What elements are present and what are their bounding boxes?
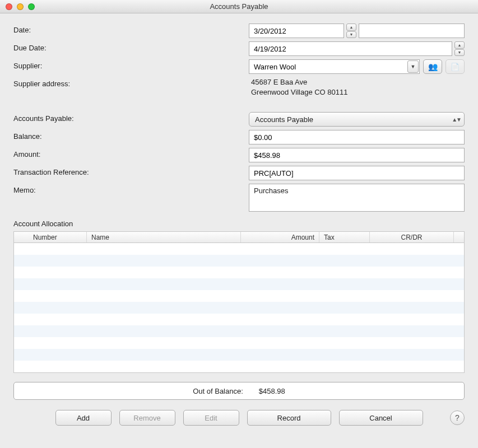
due-date-step-up[interactable]: ▲ <box>454 41 465 49</box>
memo-label: Memo: <box>13 184 249 194</box>
table-row[interactable] <box>14 314 464 325</box>
window-title: Accounts Payable <box>0 2 478 11</box>
col-tax[interactable]: Tax <box>319 232 370 242</box>
supplier-address-label: Supplier address: <box>13 77 249 88</box>
date-field[interactable] <box>249 24 344 38</box>
allocation-table-body[interactable] <box>14 243 464 372</box>
content-area: Date: ▲ ▼ Due Date: ▲ <box>0 13 478 431</box>
out-of-balance-label: Out of Balance: <box>193 387 243 395</box>
memo-field[interactable]: Purchases <box>249 184 465 212</box>
accounts-payable-window: Accounts Payable Date: ▲ ▼ Due Date: <box>0 0 478 448</box>
due-date-stepper: ▲ ▼ <box>454 41 465 56</box>
button-row: Add Remove Edit Record Cancel ? <box>13 410 465 426</box>
zoom-window-button[interactable] <box>28 3 35 10</box>
col-spacer <box>454 232 464 242</box>
edit-button: Edit <box>183 410 239 426</box>
table-row[interactable] <box>14 302 464 314</box>
table-row[interactable] <box>14 349 464 361</box>
cancel-button[interactable]: Cancel <box>339 410 423 426</box>
due-date-field[interactable] <box>249 41 452 56</box>
document-icon: 📄 <box>451 63 460 71</box>
date-label: Date: <box>13 24 249 34</box>
balance-field[interactable] <box>249 130 465 144</box>
col-amount[interactable]: Amount <box>241 232 319 242</box>
table-row[interactable] <box>14 290 464 302</box>
record-button[interactable]: Record <box>247 410 331 426</box>
supplier-address-text: 45687 E Baa Ave Greenwood Village CO 801… <box>249 77 465 109</box>
table-row[interactable] <box>14 325 464 337</box>
supplier-field[interactable] <box>249 59 420 74</box>
remove-button: Remove <box>119 410 175 426</box>
col-name[interactable]: Name <box>87 232 241 242</box>
txn-ref-label: Transaction Reference: <box>13 166 249 176</box>
add-button[interactable]: Add <box>55 410 112 426</box>
allocation-section-title: Account Allocation <box>13 220 465 228</box>
accounts-payable-label: Accounts Payable: <box>13 112 249 123</box>
table-row[interactable] <box>14 278 464 290</box>
supplier-combo: ▼ <box>249 59 420 74</box>
table-row[interactable] <box>14 243 464 255</box>
supplier-dropdown-button[interactable]: ▼ <box>407 60 419 73</box>
help-button[interactable]: ? <box>450 410 465 425</box>
supplier-note-button: 📄 <box>445 59 465 74</box>
table-row[interactable] <box>14 255 464 267</box>
out-of-balance-amount: $458.98 <box>259 387 285 395</box>
supplier-label: Supplier: <box>13 59 249 70</box>
due-date-label: Due Date: <box>13 41 249 52</box>
date-step-up[interactable]: ▲ <box>346 24 356 31</box>
date-stepper: ▲ ▼ <box>346 24 356 38</box>
amount-field[interactable] <box>249 148 465 162</box>
help-icon: ? <box>455 413 460 422</box>
minimize-window-button[interactable] <box>17 3 24 10</box>
accounts-payable-selected: Accounts Payable <box>255 115 313 124</box>
out-of-balance-bar: Out of Balance: $458.98 <box>13 382 465 400</box>
titlebar: Accounts Payable <box>0 0 478 13</box>
table-row[interactable] <box>14 337 464 349</box>
close-window-button[interactable] <box>6 3 12 10</box>
table-row[interactable] <box>14 267 464 278</box>
accounts-payable-select[interactable]: Accounts Payable ▲▼ <box>249 112 465 127</box>
date-extra-field[interactable] <box>359 24 465 38</box>
supplier-lookup-button[interactable]: 👥 <box>423 59 442 74</box>
due-date-step-down[interactable]: ▼ <box>454 49 465 57</box>
amount-label: Amount: <box>13 148 249 158</box>
table-row[interactable] <box>14 361 464 372</box>
updown-icon: ▲▼ <box>452 116 461 123</box>
allocation-table-header: Number Name Amount Tax CR/DR <box>14 232 464 243</box>
window-controls <box>0 3 35 10</box>
col-number[interactable]: Number <box>14 232 87 242</box>
allocation-table: Number Name Amount Tax CR/DR <box>13 231 465 373</box>
txn-ref-field[interactable] <box>249 166 465 180</box>
col-crdr[interactable]: CR/DR <box>370 232 454 242</box>
balance-label: Balance: <box>13 130 249 141</box>
people-icon: 👥 <box>428 62 438 71</box>
date-step-down[interactable]: ▼ <box>346 31 356 39</box>
